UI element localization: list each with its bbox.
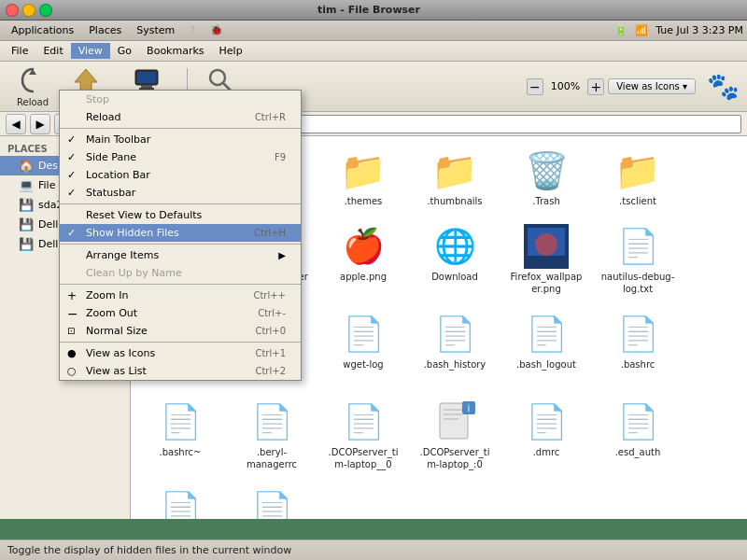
file-item-nautilus-log[interactable]: 📄 nautilus-debug-log.txt bbox=[596, 219, 680, 300]
check-main-toolbar: ✓ bbox=[67, 133, 76, 146]
menu-item-reset-view[interactable]: Reset View to Defaults bbox=[60, 206, 301, 224]
forward-button[interactable]: ▶ bbox=[30, 114, 50, 134]
menu-item-zoom-out[interactable]: − Zoom Out Ctrl+- bbox=[60, 304, 301, 322]
file-item-dcop0[interactable]: 📄 .DCOPserver_tim-laptop__0 bbox=[321, 395, 405, 475]
menu-item-view-list[interactable]: ○ View as List Ctrl+2 bbox=[60, 362, 301, 380]
wallpaper-icon bbox=[524, 224, 569, 269]
view-as-button[interactable]: View as Icons ▾ bbox=[608, 78, 696, 94]
file-item-wget-log[interactable]: 📄 wget-log bbox=[321, 307, 405, 387]
file-item-tsclient[interactable]: 📁 .tsclient bbox=[596, 144, 680, 212]
minimize-button[interactable] bbox=[22, 4, 35, 17]
dellres-icon: 💾 bbox=[19, 217, 34, 231]
radio-list: ○ bbox=[67, 365, 77, 377]
reload-button[interactable]: Reload bbox=[7, 62, 58, 111]
edit-menu[interactable]: Edit bbox=[35, 43, 70, 59]
statusbar-menu-label: Statusbar bbox=[86, 187, 135, 199]
file-item-apple[interactable]: 🍎 apple.png bbox=[321, 219, 405, 300]
menu-item-statusbar[interactable]: ✓ Statusbar bbox=[60, 184, 301, 202]
check-statusbar: ✓ bbox=[67, 187, 76, 199]
view-icons-label: View as Icons bbox=[86, 347, 155, 359]
bashrc-icon: 📄 bbox=[615, 312, 660, 357]
file-item-themes[interactable]: 📁 .themes bbox=[321, 144, 405, 212]
menu-item-location-bar[interactable]: ✓ Location Bar bbox=[60, 166, 301, 184]
beryl-icon: 📄 bbox=[249, 399, 294, 444]
file-name-bashrc-tilde: .bashrc~ bbox=[160, 446, 202, 458]
radio-icons: ● bbox=[67, 347, 77, 359]
menu-item-stop[interactable]: Stop bbox=[60, 91, 301, 108]
maximize-button[interactable] bbox=[39, 4, 52, 17]
svg-rect-3 bbox=[137, 72, 156, 83]
stop-label: Stop bbox=[86, 93, 109, 105]
menu-item-cleanup[interactable]: Clean Up by Name bbox=[60, 264, 301, 282]
help-icon[interactable]: ? bbox=[182, 22, 203, 38]
gtk-bookmarks-icon: 📄 bbox=[249, 487, 294, 519]
places-menu[interactable]: Places bbox=[81, 22, 129, 38]
menu-item-show-hidden[interactable]: ✓ Show Hidden Files Ctrl+H bbox=[60, 224, 301, 242]
normal-size-shortcut: Ctrl+0 bbox=[255, 326, 286, 336]
zoom-out-button[interactable]: − bbox=[527, 78, 543, 95]
view-dropdown-menu: Stop Reload Ctrl+R ✓ Main Toolbar ✓ Side… bbox=[59, 90, 302, 381]
file-item-bash-logout[interactable]: 📄 .bash_logout bbox=[504, 307, 588, 387]
close-button[interactable] bbox=[6, 4, 19, 17]
file-item-gksu-lock[interactable]: 📄 .gksu.lock bbox=[138, 483, 222, 519]
main-toolbar-label: Main Toolbar bbox=[86, 133, 150, 146]
file-item-dcop1[interactable]: i .DCOPserver_tim-laptop_:0 bbox=[413, 395, 497, 475]
file-item-download[interactable]: 🌐 Download bbox=[413, 219, 497, 300]
file-name-trash: .Trash bbox=[532, 195, 560, 207]
system-menubar: Applications Places System ? 🐞 🔋 📶 Tue J… bbox=[0, 21, 747, 41]
zoom-out-symbol: − bbox=[67, 306, 78, 321]
file-item-esd-auth[interactable]: 📄 .esd_auth bbox=[596, 395, 680, 475]
file-item-beryl[interactable]: 📄 .beryl-managerrc bbox=[230, 395, 314, 475]
menu-item-main-toolbar[interactable]: ✓ Main Toolbar bbox=[60, 131, 301, 148]
reload-icon bbox=[18, 65, 48, 95]
menu-item-normal-size[interactable]: ⊡ Normal Size Ctrl+0 bbox=[60, 322, 301, 340]
back-button[interactable]: ◀ bbox=[6, 114, 26, 134]
svg-point-10 bbox=[535, 233, 557, 256]
help-menu[interactable]: Help bbox=[212, 43, 250, 59]
arrange-label: Arrange Items bbox=[86, 249, 159, 261]
view-menu-trigger[interactable]: View bbox=[71, 43, 110, 59]
file-name-tsclient: .tsclient bbox=[619, 195, 656, 207]
file-name-bash-history: .bash_history bbox=[424, 358, 486, 371]
file-item-gtk-bookmarks[interactable]: 📄 .gtk-bookmarks bbox=[230, 483, 314, 519]
menu-sep-3 bbox=[60, 244, 301, 245]
network-icon: 📶 bbox=[635, 24, 648, 36]
dcop0-icon: 📄 bbox=[341, 399, 386, 444]
download-icon: 🌐 bbox=[432, 224, 477, 269]
menu-item-reload[interactable]: Reload Ctrl+R bbox=[60, 108, 301, 126]
applications-menu[interactable]: Applications bbox=[4, 22, 81, 38]
menu-item-arrange[interactable]: Arrange Items ▶ bbox=[60, 246, 301, 264]
system-menu[interactable]: System bbox=[129, 22, 182, 38]
menu-item-zoom-in[interactable]: + Zoom In Ctrl++ bbox=[60, 287, 301, 304]
file-item-bashrc[interactable]: 📄 .bashrc bbox=[596, 307, 680, 387]
file-item-thumbnails[interactable]: 📁 .thumbnails bbox=[413, 144, 497, 212]
filesystem-icon: 💻 bbox=[19, 178, 34, 192]
file-name-apple: apple.png bbox=[340, 271, 387, 283]
bug-icon[interactable]: 🐞 bbox=[203, 22, 231, 38]
svg-rect-12 bbox=[444, 409, 462, 411]
file-item-trash[interactable]: 🗑️ .Trash bbox=[504, 144, 588, 212]
check-location-bar: ✓ bbox=[67, 169, 76, 181]
arrange-arrow: ▶ bbox=[278, 250, 286, 260]
menu-item-side-pane[interactable]: ✓ Side Pane F9 bbox=[60, 148, 301, 166]
file-item-bashrc-tilde[interactable]: 📄 .bashrc~ bbox=[138, 395, 222, 475]
file-item-firefox-wallpaper[interactable]: Firefox_wallpaper.png bbox=[504, 219, 588, 300]
window-controls[interactable] bbox=[6, 4, 52, 17]
go-menu[interactable]: Go bbox=[110, 43, 139, 59]
zoom-in-button[interactable]: + bbox=[587, 78, 604, 95]
file-menu[interactable]: File bbox=[4, 43, 35, 59]
view-icons-shortcut: Ctrl+1 bbox=[255, 348, 286, 358]
svg-text:i: i bbox=[468, 403, 471, 413]
file-item-dmrc[interactable]: 📄 .dmrc bbox=[504, 395, 588, 475]
normal-size-symbol: ⊡ bbox=[67, 326, 75, 336]
side-pane-shortcut: F9 bbox=[275, 152, 286, 162]
file-item-bash-history[interactable]: 📄 .bash_history bbox=[413, 307, 497, 387]
menu-sep-1 bbox=[60, 128, 301, 129]
zoom-out-shortcut: Ctrl+- bbox=[258, 308, 286, 318]
gksu-icon: 📄 bbox=[158, 487, 203, 519]
svg-marker-1 bbox=[75, 69, 97, 91]
menu-item-view-icons[interactable]: ● View as Icons Ctrl+1 bbox=[60, 344, 301, 362]
show-hidden-label: Show Hidden Files bbox=[86, 227, 179, 239]
statusbar-text: Toggle the display of hidden files in th… bbox=[7, 544, 291, 556]
bookmarks-menu[interactable]: Bookmarks bbox=[139, 43, 211, 59]
